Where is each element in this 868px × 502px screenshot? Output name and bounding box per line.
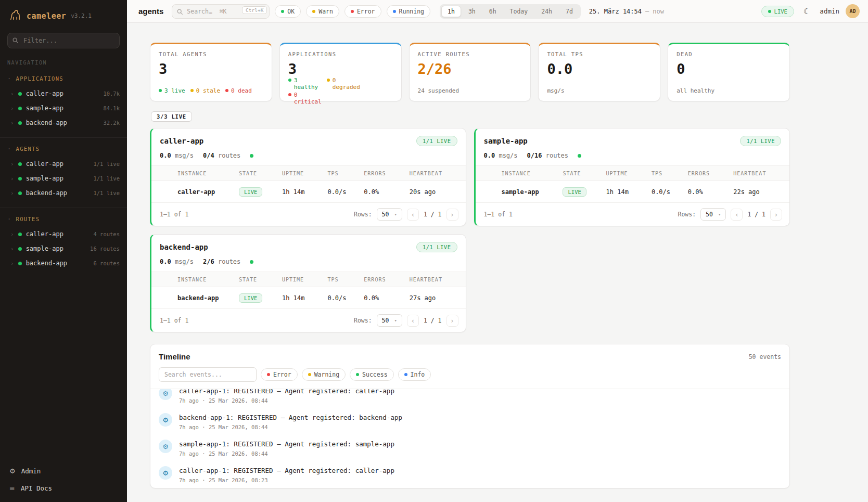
filter-chip-ok[interactable]: OK — [275, 5, 301, 18]
stat-cards-row: TOTAL AGENTS 3 3 live 0 stale 0 dead APP… — [150, 43, 790, 101]
filter-chip-error[interactable]: Error — [344, 5, 381, 18]
filter-chip-running[interactable]: Running — [387, 5, 430, 18]
timeline-filter-info[interactable]: Info — [398, 368, 431, 381]
sidebar-section-agents: · AGENTS › caller-app 1/1 live › sample-… — [0, 137, 127, 205]
stat-label: APPLICATIONS — [288, 51, 393, 57]
event-meta: 7h ago · 25 Mar 2026, 08:44 — [179, 424, 402, 430]
chevron-right-icon: › — [10, 260, 14, 267]
dark-mode-toggle[interactable]: ☾ — [800, 5, 813, 18]
app-tps: 0.0 msg/s — [484, 152, 518, 159]
stat-details: 3 healthy 0 degraded 0 critical — [288, 77, 393, 105]
sidebar-item-applications-caller-app[interactable]: › caller-app 10.7k — [0, 86, 127, 101]
sidebar-item-meta: 16 routes — [90, 246, 120, 252]
sidebar-item-meta: 32.2k — [103, 120, 120, 126]
timeline-event[interactable]: ⚙ backend-app-1: REGISTERED — Agent regi… — [150, 408, 789, 435]
timeline-event[interactable]: ⚙ caller-app-1: REGISTERED — Agent regis… — [150, 461, 789, 488]
prev-page-button[interactable]: ‹ — [731, 209, 743, 221]
timeline-filter-warning[interactable]: Warning — [302, 368, 346, 381]
sidebar-item-label: caller-app — [26, 160, 63, 168]
range-button-6h[interactable]: 6h — [483, 6, 503, 17]
range-button-7d[interactable]: 7d — [559, 6, 579, 17]
stat-card-total-tps: TOTAL TPS 0.0 msg/s — [538, 43, 660, 101]
cell-instance: backend-app — [177, 294, 239, 302]
chevron-right-icon: › — [10, 120, 14, 126]
time-range-readout: 25. März 14:54 — now — [589, 8, 664, 15]
prev-page-button[interactable]: ‹ — [407, 209, 419, 221]
sidebar-section-applications: · APPLICATIONS › caller-app 10.7k › samp… — [0, 71, 127, 135]
range-button-1h[interactable]: 1h — [441, 6, 461, 17]
event-title: sample-app-1: REGISTERED — Agent registe… — [179, 440, 394, 448]
rows-value: 50 — [382, 211, 389, 218]
stat-label: DEAD — [676, 51, 781, 57]
detail-text: 0 degraded — [333, 77, 360, 91]
next-page-button[interactable]: › — [446, 209, 458, 221]
table-row[interactable]: backend-app LIVE 1h 14m 0.0/s 0.0% 27s a… — [151, 287, 466, 309]
chip-label: Warn — [318, 8, 333, 15]
event-meta: 7h ago · 25 Mar 2026, 08:44 — [179, 450, 394, 457]
sidebar-item-label: sample-app — [26, 245, 63, 252]
rows-per-page-select[interactable]: 50▾ — [377, 208, 402, 221]
section-header-routes[interactable]: · ROUTES — [0, 213, 127, 227]
chevron-right-icon: › — [10, 105, 14, 112]
sidebar-item-agents-sample-app[interactable]: › sample-app 1/1 live — [0, 171, 127, 186]
timeline-event-list[interactable]: ⚙ caller-app-1: REGISTERED — Agent regis… — [150, 389, 789, 488]
chip-label: Running — [399, 8, 424, 15]
timeline-event[interactable]: ⚙ caller-app-1: REGISTERED — Agent regis… — [150, 389, 789, 408]
prev-page-button[interactable]: ‹ — [407, 315, 419, 327]
avatar[interactable]: AD — [846, 4, 860, 18]
cell-errors: 0.0% — [364, 294, 409, 302]
cell-uptime: 1h 14m — [282, 188, 327, 196]
section-header-agents[interactable]: · AGENTS — [0, 143, 127, 157]
sidebar-item-admin[interactable]: ⚙ Admin — [0, 462, 127, 480]
table-row[interactable]: caller-app LIVE 1h 14m 0.0/s 0.0% 20s ag… — [151, 181, 466, 203]
green-dot-icon — [288, 79, 291, 82]
range-button-3h[interactable]: 3h — [462, 6, 482, 17]
section-header-applications[interactable]: · APPLICATIONS — [0, 73, 127, 86]
sidebar-item-routes-backend-app[interactable]: › backend-app 6 routes — [0, 256, 127, 271]
pagination-controls: Rows: 50▾ ‹ 1 / 1 › — [354, 208, 458, 221]
health-dot-icon — [250, 260, 253, 264]
sidebar-item-meta: 4 routes — [93, 231, 120, 237]
event-meta: 7h ago · 25 Mar 2026, 08:44 — [179, 397, 394, 404]
timeline-search-input[interactable] — [159, 367, 257, 382]
detail-critical: 0 critical — [288, 92, 322, 105]
table-row[interactable]: sample-app LIVE 1h 14m 0.0/s 0.0% 22s ag… — [476, 181, 790, 203]
sidebar-item-agents-backend-app[interactable]: › backend-app 1/1 live — [0, 186, 127, 200]
ok-dot-icon — [281, 10, 284, 13]
sidebar-filter-input[interactable] — [7, 33, 120, 48]
topbar-right: LIVE ☾ admin AD — [761, 4, 860, 18]
rows-per-page-select[interactable]: 50▾ — [377, 314, 402, 327]
sidebar-item-agents-caller-app[interactable]: › caller-app 1/1 live — [0, 157, 127, 171]
routes-unit: routes — [218, 258, 240, 265]
chevron-down-icon: ▾ — [394, 318, 397, 323]
tps-unit: msg/s — [175, 258, 194, 265]
status-dot — [18, 233, 22, 236]
event-title: backend-app-1: REGISTERED — Agent regist… — [179, 413, 402, 421]
timeline-filter-success[interactable]: Success — [350, 368, 393, 381]
sidebar-item-applications-sample-app[interactable]: › sample-app 84.1k — [0, 101, 127, 115]
amber-dot-icon — [190, 89, 194, 92]
timeline-event[interactable]: ⚙ sample-app-1: REGISTERED — Agent regis… — [150, 435, 789, 461]
range-button-24h[interactable]: 24h — [535, 6, 558, 17]
sidebar-item-routes-caller-app[interactable]: › caller-app 4 routes — [0, 227, 127, 241]
sidebar-item-routes-sample-app[interactable]: › sample-app 16 routes — [0, 241, 127, 256]
content-scroll-area[interactable]: TOTAL AGENTS 3 3 live 0 stale 0 dead APP… — [127, 23, 868, 502]
table-footer: 1–1 of 1 Rows: 50▾ ‹ 1 / 1 › — [476, 203, 790, 226]
next-page-button[interactable]: › — [770, 209, 782, 221]
sidebar-item-label: sample-app — [26, 175, 63, 182]
next-page-button[interactable]: › — [446, 315, 458, 327]
sidebar-item-api-docs[interactable]: ≡ API Docs — [0, 480, 127, 497]
timeline-card: Timeline 50 events Error Warning Success… — [150, 344, 790, 488]
range-button-today[interactable]: Today — [504, 6, 534, 17]
detail-text: 0 dead — [231, 87, 252, 94]
stat-value: 2/26 — [418, 61, 522, 77]
chevron-right-icon: › — [10, 91, 14, 97]
section-label: AGENTS — [16, 146, 40, 152]
filter-chip-warn[interactable]: Warn — [306, 5, 339, 18]
sidebar-item-applications-backend-app[interactable]: › backend-app 32.2k — [0, 115, 127, 130]
rows-label: Rows: — [354, 211, 372, 218]
routes-unit: routes — [546, 152, 568, 159]
timeline-filter-error[interactable]: Error — [261, 368, 298, 381]
sidebar: cameleer v3.2.1 NAVIGATION · APPLICATION… — [0, 0, 127, 502]
rows-per-page-select[interactable]: 50▾ — [700, 208, 726, 221]
